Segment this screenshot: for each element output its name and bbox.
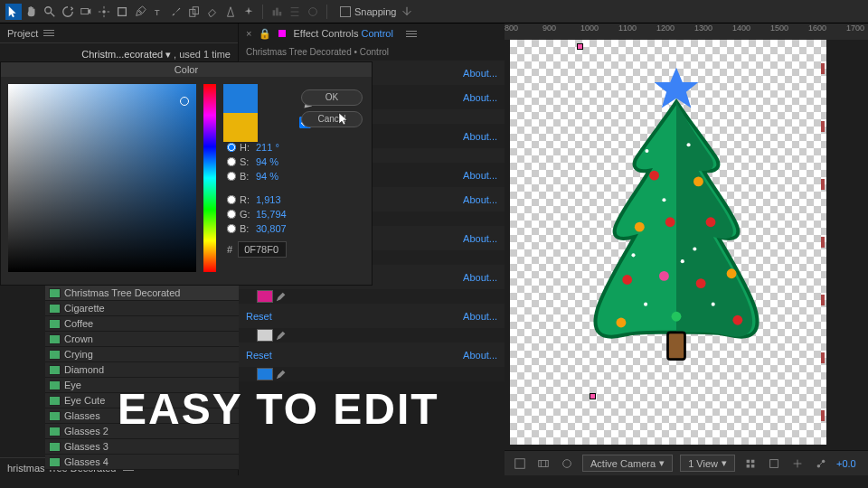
pen-tool[interactable]	[132, 4, 148, 20]
comp-icon	[49, 411, 61, 421]
blue-value[interactable]: 30,807	[256, 223, 287, 234]
zoom-tool[interactable]	[42, 4, 58, 20]
about-link[interactable]: About...	[463, 311, 497, 322]
asset-row[interactable]: Crying	[45, 347, 239, 362]
ruler-horizontal: 80090010001100120013001400150016001700	[505, 23, 868, 40]
eraser-tool[interactable]	[204, 4, 221, 20]
about-link[interactable]: About...	[463, 194, 497, 205]
snapping-toggle[interactable]: Snapping	[340, 5, 413, 18]
effect-tab[interactable]: Effect Controls Control	[293, 28, 392, 39]
cancel-button[interactable]: Cancel	[301, 111, 363, 127]
view-count-dropdown[interactable]: 1 View▾	[680, 455, 735, 472]
hue-radio[interactable]	[227, 143, 236, 152]
about-link[interactable]: About...	[463, 233, 497, 244]
svg-point-32	[681, 259, 684, 263]
hex-input[interactable]: 0F78F0	[238, 241, 287, 258]
eyedropper-icon[interactable]	[275, 329, 288, 342]
viewport-handle-bottom[interactable]	[590, 393, 596, 399]
new-color-swatch[interactable]	[223, 84, 258, 113]
green-value[interactable]: 15,794	[256, 209, 287, 220]
about-link[interactable]: About...	[463, 170, 497, 181]
panel-menu-icon[interactable]	[43, 30, 54, 36]
project-label: Project	[7, 28, 38, 39]
sat-radio[interactable]	[227, 157, 236, 166]
composition-viewport[interactable]	[510, 40, 868, 445]
asset-row[interactable]: Crown	[45, 332, 239, 347]
vp-tool-c[interactable]	[789, 455, 806, 472]
ruler-tick: 1600	[808, 23, 826, 33]
color-chip[interactable]	[257, 329, 273, 342]
align-tool-1[interactable]	[269, 4, 285, 20]
orbit-tool[interactable]	[60, 4, 76, 20]
asset-row[interactable]: Cigarette	[45, 301, 239, 316]
red-radio[interactable]	[227, 195, 236, 204]
sat-value[interactable]: 94 %	[256, 156, 278, 167]
green-radio[interactable]	[227, 210, 236, 219]
svg-point-13	[649, 171, 659, 181]
panel-menu-icon[interactable]	[406, 31, 417, 37]
ruler-tick: 1000	[580, 23, 599, 33]
eyedropper-icon[interactable]	[275, 368, 288, 380]
roto-tool[interactable]	[222, 4, 239, 20]
effect-chip-row	[239, 328, 505, 343]
about-link[interactable]: About...	[463, 272, 497, 283]
about-link[interactable]: About...	[463, 92, 497, 103]
snapping-checkbox[interactable]	[340, 6, 351, 17]
eyedropper-icon[interactable]	[275, 290, 288, 303]
asset-row[interactable]: Diamond	[45, 362, 239, 378]
bri-radio[interactable]	[227, 172, 236, 181]
mouse-cursor	[338, 112, 349, 127]
reset-link[interactable]: Reset	[246, 311, 272, 322]
bri-value[interactable]: 94 %	[256, 171, 278, 182]
color-swatches	[223, 84, 287, 142]
camera-tool[interactable]	[78, 4, 94, 20]
about-link[interactable]: About...	[463, 68, 497, 79]
exposure-value[interactable]: +0.0	[836, 458, 856, 469]
vp-grid-icon[interactable]	[512, 455, 528, 472]
active-camera-dropdown[interactable]: Active Camera▾	[582, 455, 673, 472]
christmas-tree-graphic[interactable]	[550, 65, 803, 408]
vp-tool-a[interactable]	[742, 455, 759, 472]
text-tool[interactable]: T	[150, 4, 166, 20]
blue-radio[interactable]	[227, 224, 236, 233]
app-toolbar: T Snapping	[0, 0, 868, 23]
vp-mask-icon[interactable]	[559, 455, 575, 472]
vp-tool-b[interactable]	[766, 455, 782, 472]
hue-value[interactable]: 211 °	[256, 142, 279, 153]
ruler-tick: 900	[542, 23, 556, 33]
asset-row[interactable]: Glasses 4	[45, 455, 239, 470]
clone-tool[interactable]	[186, 4, 203, 20]
pan-behind-tool[interactable]	[96, 4, 112, 20]
comp-icon	[49, 350, 61, 360]
old-color-swatch[interactable]	[223, 113, 258, 142]
vp-tool-d[interactable]	[813, 455, 829, 472]
about-link[interactable]: About...	[463, 350, 497, 361]
rect-tool[interactable]	[114, 4, 130, 20]
brush-tool[interactable]	[168, 4, 184, 20]
asset-row[interactable]: Glasses 3	[45, 439, 239, 455]
color-chip[interactable]	[257, 368, 273, 380]
effect-chip-row	[239, 289, 505, 304]
sv-cursor[interactable]	[180, 97, 189, 106]
align-tool-2[interactable]	[287, 4, 303, 20]
ok-button[interactable]: OK	[301, 89, 363, 106]
tab-close-icon[interactable]: ×	[246, 28, 251, 39]
reset-link[interactable]: Reset	[246, 350, 272, 361]
svg-point-29	[693, 248, 696, 251]
effect-tabs: × 🔒 Effect Controls Control	[239, 23, 505, 43]
viewport-handle-top[interactable]	[577, 43, 583, 50]
lock-icon[interactable]: 🔒	[259, 28, 271, 40]
red-value[interactable]: 1,913	[256, 194, 281, 205]
selection-tool[interactable]	[5, 4, 22, 20]
project-header[interactable]: Project	[0, 23, 238, 43]
hue-slider[interactable]	[203, 84, 216, 272]
asset-row[interactable]: Christmas Tree Decorated	[45, 286, 239, 301]
align-tool-3[interactable]	[305, 4, 321, 20]
saturation-value-field[interactable]	[8, 84, 196, 272]
color-chip[interactable]	[257, 290, 273, 303]
hand-tool[interactable]	[24, 4, 40, 20]
about-link[interactable]: About...	[463, 131, 497, 142]
vp-safe-icon[interactable]	[535, 455, 552, 472]
asset-row[interactable]: Coffee	[45, 316, 239, 332]
puppet-tool[interactable]	[241, 4, 257, 20]
